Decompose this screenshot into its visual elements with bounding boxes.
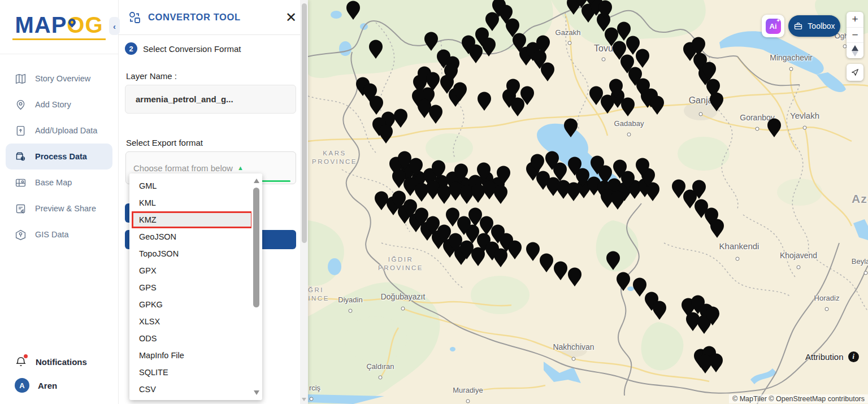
process-data-icon: [15, 151, 27, 163]
ai-icon: Ai✦: [766, 19, 781, 34]
caret-up-icon: ▲: [237, 164, 244, 171]
map-pin: [698, 355, 712, 374]
map-copyright[interactable]: © MapTiler © OpenStreetMap contributors: [729, 394, 868, 403]
toolbox-label: Toolbox: [808, 21, 835, 31]
convert-icon: [128, 11, 141, 24]
notifications-label: Notifications: [36, 357, 87, 367]
format-option-geojson[interactable]: GeoJSON: [129, 228, 250, 245]
map-pin: [482, 38, 496, 57]
dropdown-scroll-up-arrow[interactable]: [254, 179, 259, 183]
info-icon: i: [848, 351, 859, 362]
sidebar-item-base-map[interactable]: Base Map: [6, 170, 112, 196]
format-option-mapinfo-file[interactable]: MapInfo File: [129, 347, 250, 364]
story-overview-icon: [15, 73, 27, 85]
sidebar-item-label: Story Overview: [35, 74, 90, 83]
map-pin: [621, 98, 635, 117]
sidebar-item-add-story[interactable]: Add Story: [6, 92, 112, 118]
map-pin: [767, 119, 781, 138]
gis-data-icon: [15, 229, 27, 241]
sidebar-item-gis-data[interactable]: GIS Data: [6, 221, 112, 247]
format-option-csv[interactable]: CSV: [129, 381, 250, 398]
dropdown-scrollbar[interactable]: [251, 175, 261, 398]
panel-scrollbar-thumb[interactable]: [302, 3, 307, 243]
sidebar-item-preview-share[interactable]: Preview & Share: [6, 196, 112, 221]
ai-tool-button[interactable]: Ai✦: [762, 15, 784, 37]
map-pin: [379, 125, 393, 144]
logo-map-text: MAP: [15, 12, 67, 37]
zoom-in-button[interactable]: +: [847, 12, 863, 27]
map-pin: [564, 119, 578, 138]
map-pin: [606, 251, 620, 271]
map-pin: [469, 45, 483, 64]
map-pin: [460, 185, 474, 205]
user-name: Aren: [38, 381, 57, 390]
zoom-out-button[interactable]: −: [847, 27, 863, 43]
sidebar-item-label: Preview & Share: [35, 204, 96, 213]
format-option-gps[interactable]: GPS: [129, 279, 250, 296]
app-window: MAPOG Story OverviewAdd StoryAdd/Upload …: [0, 0, 868, 404]
panel-scrollbar-down-arrow[interactable]: [302, 398, 306, 401]
format-option-topojson[interactable]: TopoJSON: [129, 245, 250, 262]
panel-title: CONVERTOR TOOL: [148, 12, 241, 23]
user-button[interactable]: A Aren: [0, 373, 118, 397]
format-option-xlsx[interactable]: XLSX: [129, 313, 250, 330]
toolbox-button[interactable]: Toolbox: [788, 15, 840, 37]
map-pin: [418, 99, 431, 119]
step-row: 2 Select Conversion Format: [125, 42, 241, 55]
map-pin: [369, 40, 383, 59]
sidebar-item-label: Base Map: [35, 178, 72, 187]
sidebar-collapse-button[interactable]: ‹: [109, 17, 120, 35]
export-format-label: Select Export format: [126, 138, 203, 147]
map-pin: [617, 272, 630, 292]
format-option-gml[interactable]: GML: [129, 177, 250, 194]
map-pin: [650, 96, 664, 115]
map-markers[interactable]: [308, 0, 868, 404]
map-pin: [370, 96, 383, 115]
map-pin: [508, 241, 522, 259]
sidebar-item-process-data[interactable]: Process Data: [6, 144, 112, 170]
map-pin: [471, 247, 485, 266]
format-option-gpkg[interactable]: GPKG: [129, 296, 250, 313]
sidebar: MAPOG Story OverviewAdd StoryAdd/Upload …: [0, 0, 119, 404]
map-pin: [429, 105, 442, 124]
notification-dot: [24, 354, 28, 358]
bell-icon: [15, 355, 27, 368]
map-pin: [554, 262, 567, 281]
sidebar-item-label: GIS Data: [35, 230, 69, 239]
attribution-badge[interactable]: Attribution i: [805, 351, 859, 362]
format-option-kml[interactable]: KML: [129, 194, 250, 211]
map-pin: [375, 192, 388, 211]
locate-button[interactable]: [847, 64, 863, 81]
preview-share-icon: [15, 203, 27, 215]
map-pin: [485, 12, 499, 32]
map-pin: [478, 92, 491, 111]
format-option-gpx[interactable]: GPX: [129, 262, 250, 279]
map-pin: [541, 63, 554, 81]
sidebar-item-label: Add Story: [35, 100, 71, 109]
map-canvas[interactable]: GazakhTovuzOghMingachevirGanjaGoranboyYe…: [308, 0, 868, 404]
map-pin: [346, 1, 360, 20]
map-pin: [424, 32, 438, 51]
compass-button[interactable]: [847, 42, 863, 58]
notifications-button[interactable]: Notifications: [0, 350, 118, 373]
base-map-icon: [15, 177, 27, 189]
dropdown-scroll-down-arrow[interactable]: [254, 390, 259, 395]
close-icon[interactable]: ✕: [285, 11, 297, 24]
map-pin: [494, 185, 507, 205]
format-option-ods[interactable]: ODS: [129, 330, 250, 347]
navigation-arrow-icon: [850, 68, 860, 77]
dropdown-scrollbar-thumb[interactable]: [253, 188, 259, 307]
format-option-sqlite[interactable]: SQLITE: [129, 364, 250, 381]
map-pin: [511, 98, 524, 117]
format-option-kmz[interactable]: KMZ: [132, 211, 253, 228]
map-pin: [483, 181, 496, 200]
sidebar-item-add-upload-data[interactable]: Add/Upload Data: [6, 118, 112, 144]
attribution-label: Attribution: [805, 352, 844, 362]
sidebar-item-story-overview[interactable]: Story Overview: [6, 66, 112, 92]
mapog-logo[interactable]: MAPOG: [12, 14, 105, 40]
panel-scrollbar[interactable]: [300, 0, 308, 404]
map-pin: [426, 181, 440, 200]
map-pin: [568, 268, 581, 286]
sidebar-item-label: Add/Upload Data: [35, 126, 97, 135]
map-pin: [710, 93, 723, 112]
